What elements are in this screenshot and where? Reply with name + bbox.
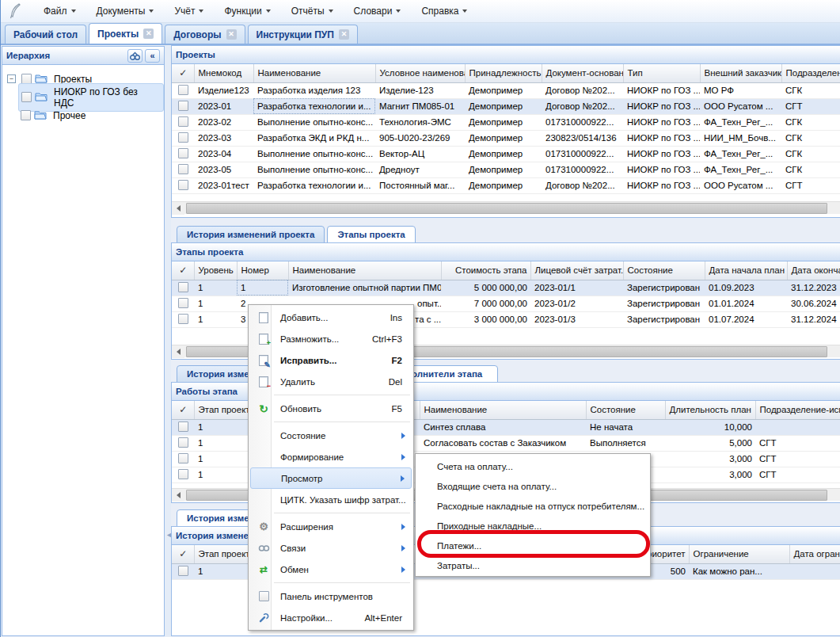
table-cell: 1 (237, 280, 288, 296)
table-row[interactable]: 11Изготовление опытной партии ПМ0...5 00… (172, 280, 840, 296)
column-header[interactable]: ✓ (172, 261, 194, 280)
binoculars-icon[interactable] (127, 49, 143, 63)
menubar-item-5[interactable]: Словари (354, 6, 401, 17)
context-menu-item-3[interactable]: −УдалитьDel (250, 371, 412, 392)
column-header[interactable]: Наименование (288, 261, 441, 280)
scroll-left-icon[interactable] (172, 489, 184, 502)
context-menu-item-11[interactable]: ⇄Обмен (250, 559, 412, 580)
column-header[interactable]: ✓ (172, 64, 194, 82)
projects-panel: Проекты ✓МнемокодНаименованиеУсловное на… (171, 45, 840, 218)
submenu-item-0[interactable]: Счета на оплату... (416, 456, 650, 476)
submenu-item-2[interactable]: Расходные накладные на отпуск потребител… (416, 496, 650, 516)
projects-hscrollbar[interactable] (172, 201, 840, 214)
column-header[interactable]: Принадлежность (465, 64, 542, 82)
column-header[interactable]: Внешний заказчик (700, 64, 781, 82)
stages-tab-1[interactable]: Этапы проекта (327, 226, 415, 243)
column-header[interactable]: ✓ (172, 401, 194, 419)
menu-separator (274, 513, 410, 513)
table-row[interactable]: 2023-01Разработка технологии и...Магнит … (172, 98, 840, 114)
table-cell: 5,000 (665, 435, 755, 451)
close-tab-icon[interactable]: ✕ (143, 29, 154, 39)
tree-collapse-icon[interactable]: − (7, 74, 16, 83)
submenu-item-5[interactable]: Затраты... (416, 555, 650, 575)
row-checkbox[interactable] (178, 164, 188, 174)
menubar-item-2[interactable]: Учёт (174, 6, 203, 17)
tree-checkbox[interactable] (21, 110, 31, 120)
menubar-item-1[interactable]: Документы (97, 6, 154, 17)
context-menu-item-12[interactable]: Панель инструментов (250, 586, 412, 607)
row-checkbox[interactable] (178, 101, 188, 111)
column-header[interactable]: Уровень (194, 261, 237, 280)
column-header[interactable]: Документ-основан (542, 64, 623, 82)
row-checkbox[interactable] (178, 132, 188, 143)
scroll-left-icon[interactable] (172, 345, 184, 358)
menubar-item-0[interactable]: Файл (44, 6, 76, 17)
row-checkbox[interactable] (178, 437, 188, 448)
column-header[interactable]: Лицевой счёт затрат. (530, 261, 623, 280)
table-cell (172, 177, 194, 193)
row-checkbox[interactable] (178, 85, 188, 95)
row-checkbox[interactable] (178, 566, 188, 576)
context-menu-item-5[interactable]: Состояние (250, 425, 412, 446)
main-tab-3[interactable]: Инструкции ПУП✕ (248, 25, 358, 44)
main-tab-1[interactable]: Проекты✕ (89, 23, 162, 44)
table-row[interactable]: 2023-04Выполнение опытно-конс...Вектор-А… (172, 146, 840, 162)
scroll-left-icon[interactable] (172, 202, 184, 215)
table-row[interactable]: 2023-02Выполнение опытно-конс...Технолог… (172, 114, 840, 130)
menubar-item-3[interactable]: Функции (224, 6, 270, 17)
context-menu-item-10[interactable]: Связи (250, 537, 412, 559)
context-menu-item-8[interactable]: ЦИТК. Указать шифр затрат... (250, 489, 412, 510)
row-checkbox[interactable] (178, 180, 188, 190)
row-checkbox[interactable] (178, 314, 188, 324)
submenu-item-1[interactable]: Входящие счета на оплату... (416, 476, 650, 496)
column-header[interactable]: Подразделени (781, 64, 840, 82)
table-row[interactable]: 2023-05Выполнение опытно-конс...Дредноут… (172, 162, 840, 177)
table-row[interactable]: 2023-01тестРазработка технологии и...Пос… (172, 177, 840, 193)
column-header[interactable]: Номер (237, 261, 288, 280)
tree-checkbox[interactable] (21, 92, 32, 102)
column-header[interactable]: Мнемокод (194, 64, 253, 82)
stages-tab-0[interactable]: История изменений проекта (177, 226, 325, 243)
row-checkbox[interactable] (178, 282, 188, 292)
column-header[interactable]: Наименование (253, 64, 375, 82)
row-checkbox[interactable] (178, 469, 188, 479)
context-menu-item-9[interactable]: ⚙Расширения (250, 516, 412, 537)
context-menu-item-0[interactable]: Добавить...Ins (250, 307, 412, 328)
column-header[interactable]: Ограничение (689, 545, 789, 563)
column-header[interactable]: Подразделение-исп (755, 401, 840, 419)
context-menu-item-6[interactable]: Формирование (250, 446, 412, 467)
table-row[interactable]: 2023-03Разработка ЭКД и РКД н...905-U020… (172, 130, 840, 146)
column-header[interactable]: Условное наименова (375, 64, 465, 82)
close-tab-icon[interactable]: ✕ (226, 29, 237, 40)
context-menu-item-2[interactable]: ✎Исправить...F2 (250, 349, 412, 371)
context-menu-item-1[interactable]: +Размножить...Ctrl+F3 (250, 328, 412, 349)
tree-item-1[interactable]: НИОКР по ГОЗ без НДС (2, 88, 164, 106)
context-menu-item-4[interactable]: ↻ОбновитьF5 (250, 398, 412, 419)
menubar-item-4[interactable]: Отчёты (291, 6, 333, 17)
context-menu-item-13[interactable]: Настройки...Alt+Enter (250, 607, 412, 628)
column-header[interactable]: Длительность план▼ (665, 401, 755, 419)
column-header[interactable]: Дата начала план (705, 261, 787, 280)
column-header[interactable]: Состояние (586, 401, 665, 419)
collapse-panel-icon[interactable]: « (145, 49, 160, 63)
column-header[interactable]: Наименование (420, 401, 586, 419)
sidebar-splitter[interactable]: ◄ (165, 46, 171, 636)
column-header[interactable]: Стоимость этапа (441, 261, 530, 280)
main-tab-0[interactable]: Рабочий стол (5, 25, 86, 44)
row-checkbox[interactable] (178, 116, 188, 127)
main-tab-2[interactable]: Договоры✕ (165, 25, 245, 44)
column-header[interactable]: Состояние (623, 261, 705, 280)
column-header[interactable]: Тип (623, 64, 700, 82)
column-header[interactable]: Дата окончан (787, 261, 840, 280)
row-checkbox[interactable] (178, 421, 188, 432)
column-header[interactable]: Дата ограниче (789, 545, 840, 563)
close-tab-icon[interactable]: ✕ (339, 29, 349, 40)
row-checkbox[interactable] (178, 148, 188, 158)
context-menu-item-7[interactable]: Просмотр (250, 467, 412, 489)
row-checkbox[interactable] (178, 298, 188, 308)
menubar-item-6[interactable]: Справка (421, 6, 467, 17)
row-checkbox[interactable] (178, 453, 188, 463)
table-row[interactable]: Изделие123Разработка изделия 123Изделие-… (172, 82, 840, 98)
column-header[interactable]: ✓ (172, 545, 194, 563)
page-copy-icon: + (253, 334, 274, 345)
